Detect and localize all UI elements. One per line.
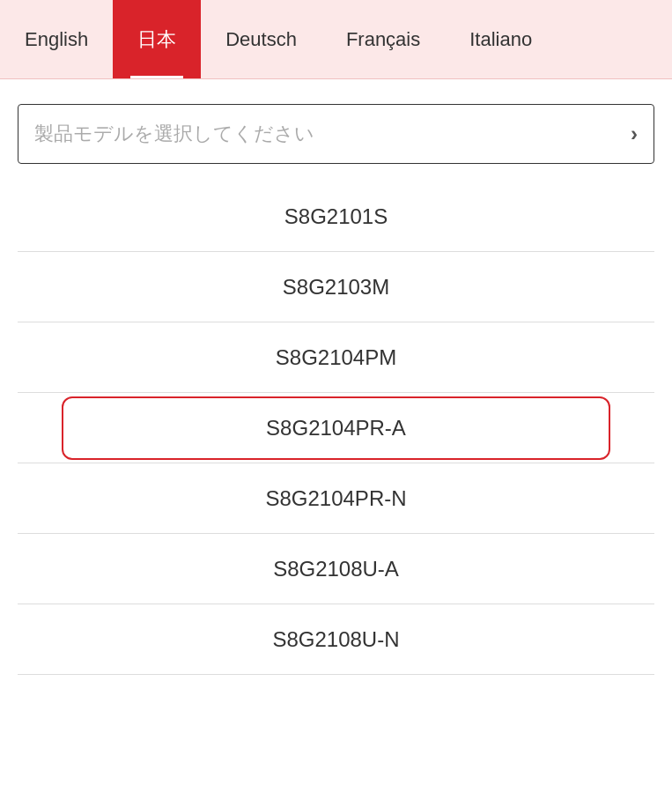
model-search-box[interactable]: 製品モデルを選択してください › <box>18 104 654 164</box>
selected-model-label: S8G2104PR-A <box>62 396 610 460</box>
tab-japanese[interactable]: 日本 <box>113 0 201 78</box>
model-list: S8G2101SS8G2103MS8G2104PM S8G2104PR-A S8… <box>18 181 654 675</box>
model-item-s8g2108u-a[interactable]: S8G2108U-A <box>18 534 654 604</box>
model-item-s8g2104pm[interactable]: S8G2104PM <box>18 322 654 393</box>
tab-italiano[interactable]: Italiano <box>445 0 557 78</box>
model-item-s8g2104pr-n[interactable]: S8G2104PR-N <box>18 463 654 534</box>
model-item-s8g2103m[interactable]: S8G2103M <box>18 252 654 322</box>
model-item-s8g2101s[interactable]: S8G2101S <box>18 181 654 252</box>
tab-english[interactable]: English <box>0 0 113 78</box>
search-placeholder-text: 製品モデルを選択してください <box>34 121 631 147</box>
language-tab-bar: English日本DeutschFrançaisItaliano <box>0 0 672 79</box>
main-content: 製品モデルを選択してください › S8G2101SS8G2103MS8G2104… <box>0 79 672 692</box>
search-arrow-icon: › <box>631 122 638 146</box>
tab-deutsch[interactable]: Deutsch <box>201 0 321 78</box>
model-item-s8g2108u-n[interactable]: S8G2108U-N <box>18 604 654 675</box>
tab-francais[interactable]: Français <box>321 0 445 78</box>
model-item-s8g2104pr-a[interactable]: S8G2104PR-A <box>18 393 654 463</box>
